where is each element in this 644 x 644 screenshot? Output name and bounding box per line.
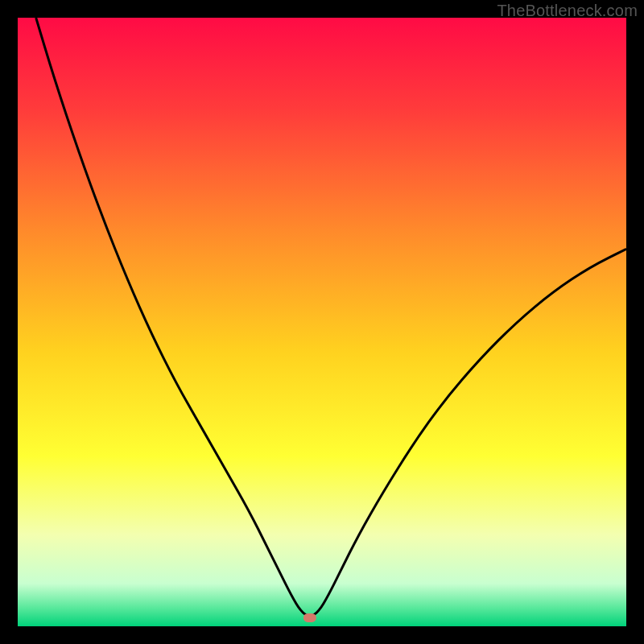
- chart-frame: TheBottleneck.com: [0, 0, 644, 644]
- target-marker: [303, 613, 316, 622]
- plot-area: [18, 18, 626, 626]
- gradient-background: [18, 18, 626, 626]
- watermark-text: TheBottleneck.com: [497, 2, 638, 20]
- chart-svg: [18, 18, 626, 626]
- svg-rect-0: [303, 613, 316, 622]
